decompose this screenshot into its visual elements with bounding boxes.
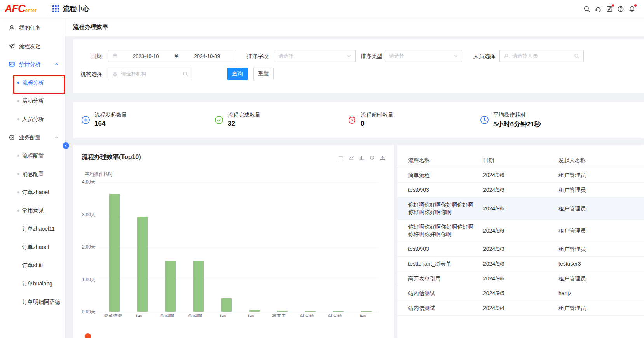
line-chart-switch-icon[interactable] <box>348 155 354 161</box>
table-row[interactable]: 高开表单引用2024/9/6租户管理员 <box>397 271 644 286</box>
check-circle-icon <box>215 116 223 124</box>
sidebar-item-order-shiti[interactable]: 订单shiti <box>0 256 65 275</box>
table-row[interactable]: 简单流程2024/9/6租户管理员 <box>397 168 644 183</box>
refresh-icon[interactable] <box>369 155 375 161</box>
sidebar-item-process-initiate[interactable]: 流程发起 <box>0 37 65 55</box>
sidebar-item-personnel-analysis[interactable]: 人员分析 <box>0 110 65 128</box>
bar-9[interactable] <box>361 311 372 312</box>
download-icon[interactable] <box>380 155 386 161</box>
stat-block-2: 流程超时数量0 <box>347 102 468 138</box>
sidebar-item-order-hualang[interactable]: 订单hualang <box>0 275 65 293</box>
x-axis-label: 高开表... <box>267 313 295 317</box>
badge-dot <box>634 4 637 7</box>
process-name-cell: 简单流程 <box>397 172 483 179</box>
org-select-input[interactable]: 请选择机构 <box>108 68 192 80</box>
data-view-icon[interactable] <box>338 155 344 161</box>
service-headset-icon[interactable] <box>595 5 602 12</box>
sidebar-item-label: 流程配置 <box>22 152 44 159</box>
sidebar-item-order-zhaoel11[interactable]: 订单zhaoel11 <box>0 220 65 238</box>
compose-note-icon[interactable] <box>606 5 613 12</box>
column-header: 日期 <box>483 157 558 164</box>
stat-value: 164 <box>94 120 105 128</box>
process-name-cell: 高开表单引用 <box>397 275 483 282</box>
top-header: AFC enter 流程中心 <box>0 0 644 18</box>
sidebar-item-business-config[interactable]: 业务配置 <box>0 128 65 147</box>
logo-text-main: AFC <box>5 3 25 15</box>
sidebar-item-my-tasks[interactable]: 我的任务 <box>0 19 65 37</box>
apps-grid-icon[interactable] <box>52 5 59 12</box>
person-select-label: 人员选择 <box>473 50 495 62</box>
x-axis-label: 简单流程 <box>99 313 127 317</box>
x-axis-label: tes... <box>211 313 239 317</box>
table-row[interactable]: test09032024/9/3租户管理员 <box>397 242 644 257</box>
table-row[interactable]: 你好啊你好啊你好啊你好啊你好啊你好啊你啊2024/9/6租户管理员 <box>397 198 644 220</box>
sidebar-item-label: 流程发起 <box>19 43 41 50</box>
reset-button[interactable]: 重置 <box>253 68 274 80</box>
table-row[interactable]: 站内信测试2024/9/4租户管理员 <box>397 301 644 316</box>
sidebar-item-label: 订单shiti <box>22 262 43 269</box>
sidebar-item-order-detail-asade[interactable]: 订单明细阿萨德 <box>0 293 65 311</box>
sort-field-placeholder: 请选择 <box>278 53 293 60</box>
bar-2[interactable] <box>165 261 176 312</box>
stat-label: 流程超时数量 <box>361 112 393 119</box>
query-button[interactable]: 查询 <box>227 68 248 80</box>
sidebar-item-activity-analysis[interactable]: 活动分析 <box>0 92 65 110</box>
sidebar-item-message-config[interactable]: 消息配置 <box>0 165 65 183</box>
sidebar-collapse-toggle[interactable] <box>63 142 69 149</box>
process-table: 流程名称日期发起人名称 简单流程2024/9/6租户管理员test0903202… <box>397 153 644 316</box>
bar-8[interactable] <box>333 311 344 312</box>
bar-4[interactable] <box>221 298 232 312</box>
calendar-icon <box>112 53 118 59</box>
bar-7[interactable] <box>305 311 316 312</box>
date-cell: 2024/9/6 <box>483 275 558 282</box>
sort-type-label: 排序类型 <box>361 50 382 62</box>
chevron-up-icon <box>54 62 59 67</box>
notification-bell-icon[interactable] <box>628 5 635 12</box>
page-title: 流程办理效率 <box>73 23 108 31</box>
badge-dot <box>612 4 614 7</box>
table-row[interactable]: 站内信测试2024/9/5hanjz <box>397 286 644 301</box>
search-icon <box>574 53 579 59</box>
table-row[interactable]: test09032024/9/9租户管理员 <box>397 183 644 198</box>
sidebar-item-order-zhaoel-2[interactable]: 订单zhaoel <box>0 238 65 256</box>
sort-type-select[interactable]: 请选择 <box>385 50 462 62</box>
sidebar-item-label: 订单zhaoel <box>22 189 49 196</box>
y-axis-tick-label: 2.00天 <box>76 244 96 250</box>
bar-3[interactable] <box>193 261 204 312</box>
chart-card: 流程办理效率(Top10) 平均操作耗时 简单流程tes...你好啊...你好啊… <box>73 145 394 338</box>
person-select-input[interactable]: 请选择人员 <box>499 50 584 62</box>
sidebar-item-order-zhaoel[interactable]: 订单zhaoel <box>0 183 65 201</box>
bar-chart-switch-icon[interactable] <box>359 155 365 161</box>
x-axis-labels: 简单流程tes...你好啊...你好啊...tes...tes...高开表...… <box>99 313 379 317</box>
sidebar-item-label: 人员分析 <box>22 116 44 123</box>
process-name-cell: 站内信测试 <box>397 290 483 297</box>
search-icon <box>183 71 188 77</box>
table-row[interactable]: 你好啊你好啊你好啊你好啊你好啊你好啊你啊2024/9/9租户管理员 <box>397 220 644 242</box>
sidebar-item-process-analysis[interactable]: 流程分析 <box>0 74 65 92</box>
date-range-input[interactable]: 2023-10-10 至 2024-10-09 <box>108 50 236 62</box>
bar-1[interactable] <box>137 217 148 312</box>
x-axis-label: 站内信... <box>295 313 323 317</box>
help-icon[interactable] <box>617 5 624 12</box>
bar-6[interactable] <box>277 311 288 312</box>
chart-plot-area <box>99 182 379 312</box>
bar-5[interactable] <box>249 310 260 312</box>
date-cell: 2024/9/3 <box>483 245 558 253</box>
table-row[interactable]: testtenant_绑表单2024/9/3testuser3 <box>397 257 644 271</box>
search-icon[interactable] <box>583 5 590 12</box>
sidebar-item-label: 订单hualang <box>22 280 52 287</box>
sort-field-select[interactable]: 请选择 <box>274 50 356 62</box>
user-icon <box>9 25 15 31</box>
initiator-cell: 租户管理员 <box>558 172 644 179</box>
initiator-cell: hanjz <box>558 290 644 297</box>
chart-icon <box>9 61 15 68</box>
bullet-dot <box>17 118 19 120</box>
bar-0[interactable] <box>109 194 120 312</box>
date-label: 日期 <box>86 50 102 62</box>
sidebar-item-process-config[interactable]: 流程配置 <box>0 147 65 165</box>
afcenter-logo[interactable]: AFC enter <box>0 3 43 15</box>
sidebar-item-common-opinions[interactable]: 常用意见 <box>0 201 65 220</box>
date-separator: 至 <box>174 53 179 60</box>
sidebar-item-statistics-analysis[interactable]: 统计分析 <box>0 55 65 74</box>
stat-label: 流程完成数量 <box>228 112 260 119</box>
